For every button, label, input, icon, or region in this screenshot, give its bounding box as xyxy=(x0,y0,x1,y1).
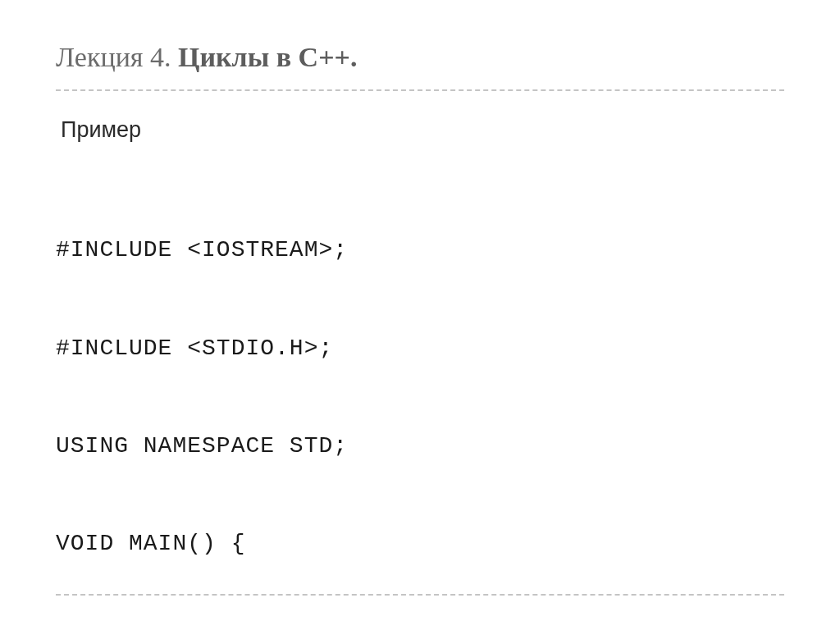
title-prefix: Лекция 4. xyxy=(56,42,178,72)
code-line: #include <stdio.h>; xyxy=(56,332,784,365)
bottom-divider xyxy=(56,594,784,596)
title-main: Циклы в С++. xyxy=(178,42,357,72)
slide-title: Лекция 4. Циклы в С++. xyxy=(56,41,784,91)
example-label: Пример xyxy=(56,117,784,143)
slide: Лекция 4. Циклы в С++. Пример #include <… xyxy=(0,0,840,630)
code-line: void main() { xyxy=(56,527,784,560)
code-block: #include <iostream>; #include <stdio.h>;… xyxy=(56,169,784,630)
code-line: using namespace std; xyxy=(56,430,784,463)
code-line: #include <iostream>; xyxy=(56,234,784,267)
code-line: int sum = 0, i; xyxy=(56,625,784,630)
